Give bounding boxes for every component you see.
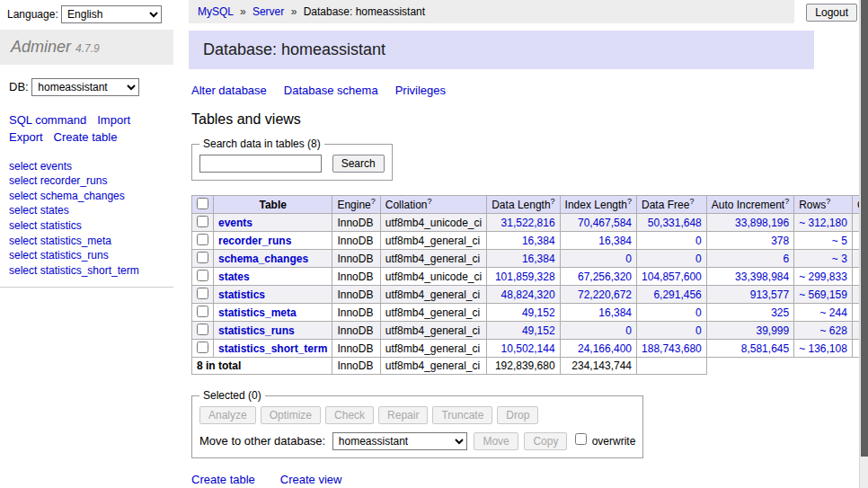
index-length-cell-link[interactable]: 16,384 xyxy=(598,306,632,319)
auto-increment-cell-link[interactable]: 325 xyxy=(771,306,789,319)
data-length-cell-link[interactable]: 49,152 xyxy=(522,306,555,319)
auto-increment-cell-link[interactable]: 6 xyxy=(783,253,789,265)
index-length-cell-link[interactable]: 70,467,584 xyxy=(578,217,632,229)
auto-increment-cell-link[interactable]: 33,398,984 xyxy=(735,271,789,283)
sidebar-table-link[interactable]: select states xyxy=(9,204,180,218)
overwrite-checkbox[interactable] xyxy=(575,433,587,445)
rows-cell-link[interactable]: ~ 569,159 xyxy=(799,288,847,301)
sidebar-link-export[interactable]: Export xyxy=(9,130,43,144)
data-length-cell-link[interactable]: 16,384 xyxy=(522,253,555,265)
row-checkbox[interactable] xyxy=(197,234,208,245)
app-name-link[interactable]: Adminer xyxy=(11,38,71,56)
check-button[interactable]: Check xyxy=(325,406,374,424)
copy-button[interactable]: Copy xyxy=(524,432,567,450)
data-free-cell-link[interactable]: 6,291,456 xyxy=(653,288,701,301)
column-help-link[interactable]: ? xyxy=(551,197,555,206)
row-checkbox[interactable] xyxy=(197,324,208,335)
sidebar-table-link[interactable]: select recorder_runs xyxy=(9,174,180,189)
data-free-cell-link[interactable]: 188,743,680 xyxy=(642,342,702,355)
column-help-link[interactable]: ? xyxy=(371,197,376,206)
rows-cell-link[interactable]: ~ 312,180 xyxy=(799,217,847,229)
rows-cell-link[interactable]: ~ 299,833 xyxy=(799,271,847,283)
privileges-link[interactable]: Privileges xyxy=(395,84,446,97)
data-free-cell-link[interactable]: 50,331,648 xyxy=(648,217,702,229)
data-length-cell-link[interactable]: 101,859,328 xyxy=(495,271,555,283)
column-help-link[interactable]: ? xyxy=(627,197,632,206)
index-length-cell-link[interactable]: 24,166,400 xyxy=(578,342,632,355)
column-help-link[interactable]: ? xyxy=(689,197,694,206)
data-length-cell-link[interactable]: 48,824,320 xyxy=(501,288,555,301)
data-free-cell-link[interactable]: 104,857,600 xyxy=(642,271,702,283)
sidebar-table-link[interactable]: select statistics xyxy=(9,219,180,234)
breadcrumb-link-mysql[interactable]: MySQL xyxy=(198,5,234,18)
vertical-scrollbar[interactable] xyxy=(859,0,868,488)
language-select[interactable]: English xyxy=(61,5,162,23)
sidebar-table-link[interactable]: select statistics_short_term xyxy=(9,264,180,279)
table-name-link[interactable]: schema_changes xyxy=(218,253,308,265)
row-checkbox[interactable] xyxy=(197,252,208,263)
data-length-cell-link[interactable]: 31,522,816 xyxy=(501,217,555,229)
table-name-link[interactable]: statistics_runs xyxy=(218,324,295,337)
logout-button[interactable]: Logout xyxy=(806,4,857,22)
search-button[interactable]: Search xyxy=(332,155,385,173)
move-button[interactable]: Move xyxy=(474,432,518,450)
data-free-cell-link[interactable]: 0 xyxy=(695,306,702,319)
rows-cell-link[interactable]: ~ 136,108 xyxy=(799,342,847,355)
scrollbar-thumb[interactable] xyxy=(861,0,868,457)
table-name-link[interactable]: statistics_meta xyxy=(218,306,297,319)
table-name-link[interactable]: recorder_runs xyxy=(218,235,291,247)
drop-button[interactable]: Drop xyxy=(497,406,538,424)
auto-increment-cell-link[interactable]: 378 xyxy=(771,235,789,247)
auto-increment-cell-link[interactable]: 913,577 xyxy=(750,288,789,301)
create-table-link[interactable]: Create table xyxy=(191,473,255,486)
row-checkbox[interactable] xyxy=(197,342,208,353)
data-free-cell-link[interactable]: 0 xyxy=(695,235,702,247)
alter-database-link[interactable]: Alter database xyxy=(191,84,267,97)
breadcrumb-link-server[interactable]: Server xyxy=(252,5,284,18)
sidebar-table-link[interactable]: select statistics_runs xyxy=(9,249,180,263)
row-checkbox[interactable] xyxy=(197,216,208,227)
rows-cell-link[interactable]: ~ 3 xyxy=(832,253,847,265)
row-checkbox[interactable] xyxy=(197,306,208,317)
column-help-link[interactable]: ? xyxy=(826,197,830,206)
move-db-select[interactable]: homeassistant xyxy=(332,432,467,450)
column-help-link[interactable]: ? xyxy=(784,197,789,206)
database-schema-link[interactable]: Database schema xyxy=(284,84,378,97)
table-name-link[interactable]: states xyxy=(218,271,250,283)
index-length-cell-link[interactable]: 72,220,672 xyxy=(578,288,632,301)
auto-increment-cell-link[interactable]: 39,999 xyxy=(756,324,789,337)
sidebar-table-link[interactable]: select schema_changes xyxy=(9,190,180,204)
index-length-cell-link[interactable]: 67,256,320 xyxy=(578,271,632,283)
truncate-button[interactable]: Truncate xyxy=(432,406,492,424)
select-all-checkbox[interactable] xyxy=(197,198,208,209)
auto-increment-cell-link[interactable]: 33,898,196 xyxy=(735,217,789,229)
data-free-cell-link[interactable]: 0 xyxy=(695,324,702,337)
index-length-cell-link[interactable]: 16,384 xyxy=(598,235,632,247)
overwrite-label[interactable]: overwrite xyxy=(592,435,636,448)
index-length-cell-link[interactable]: 0 xyxy=(625,324,632,337)
data-free-cell-link[interactable]: 0 xyxy=(695,253,702,265)
sidebar-table-link[interactable]: select events xyxy=(9,160,180,174)
row-checkbox[interactable] xyxy=(197,288,208,299)
auto-increment-cell-link[interactable]: 8,581,645 xyxy=(741,342,789,355)
table-name-link[interactable]: events xyxy=(218,217,252,229)
sidebar-link-import[interactable]: Import xyxy=(97,113,130,127)
table-name-link[interactable]: statistics xyxy=(218,288,265,301)
rows-cell-link[interactable]: ~ 628 xyxy=(820,324,847,337)
column-help-link[interactable]: ? xyxy=(427,197,431,206)
search-input[interactable] xyxy=(199,155,322,173)
data-length-cell-link[interactable]: 16,384 xyxy=(522,235,555,247)
row-checkbox[interactable] xyxy=(197,270,208,281)
sidebar-link-create-table[interactable]: Create table xyxy=(54,130,118,144)
data-length-cell-link[interactable]: 49,152 xyxy=(522,324,555,337)
sidebar-link-sql-command[interactable]: SQL command xyxy=(9,113,86,127)
sidebar-table-link[interactable]: select statistics_meta xyxy=(9,235,180,249)
rows-cell-link[interactable]: ~ 5 xyxy=(832,235,847,247)
db-select[interactable]: homeassistant xyxy=(31,78,139,96)
rows-cell-link[interactable]: ~ 244 xyxy=(820,306,847,319)
data-length-cell-link[interactable]: 10,502,144 xyxy=(501,342,555,355)
index-length-cell-link[interactable]: 0 xyxy=(625,253,632,265)
table-name-link[interactable]: statistics_short_term xyxy=(218,342,327,355)
repair-button[interactable]: Repair xyxy=(378,406,428,424)
analyze-button[interactable]: Analyze xyxy=(199,406,256,424)
